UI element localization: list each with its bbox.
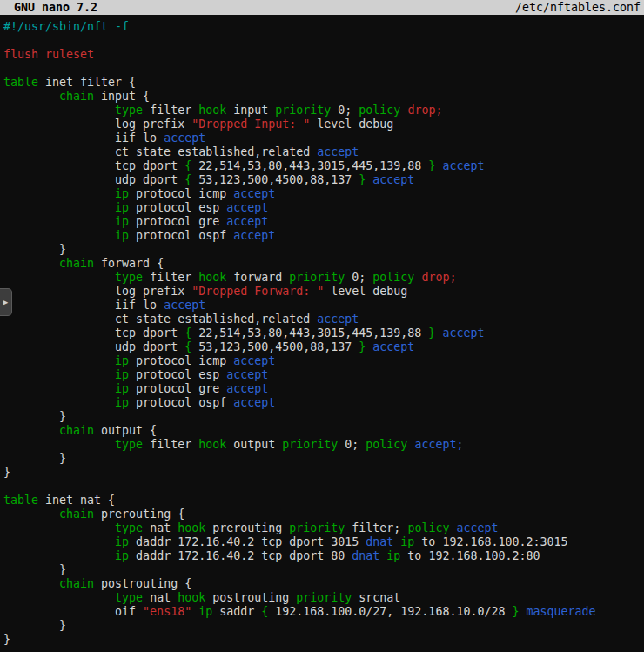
code-segment: hook [178, 521, 205, 534]
code-segment: ip [115, 396, 129, 409]
code-segment [3, 215, 115, 228]
code-segment: { [184, 326, 191, 339]
code-segment: ip [115, 549, 129, 562]
code-line: ip protocol ospf accept [3, 229, 644, 243]
code-segment: 53,123,500,4500,88,137 [191, 340, 359, 353]
code-segment: protocol gre [129, 215, 226, 228]
code-segment: "Dropped Input: " [191, 118, 310, 131]
code-segment: accept [442, 159, 484, 172]
code-segment: accept [226, 215, 268, 228]
code-segment [3, 257, 59, 270]
code-segment: ip [115, 535, 129, 548]
code-segment [3, 229, 115, 242]
code-segment: dnat [352, 549, 379, 562]
code-segment: table [3, 494, 38, 507]
code-line: log prefix "Dropped Forward: " level deb… [3, 285, 644, 299]
code-segment: accept [164, 299, 205, 312]
code-segment: accept [372, 173, 414, 186]
chevron-right-icon: ▶ [3, 298, 8, 306]
code-segment: table [3, 76, 38, 89]
code-segment: ct state established,related [3, 313, 317, 326]
code-segment: input [226, 104, 275, 117]
code-segment: forward { [94, 257, 164, 270]
code-line: } [3, 466, 644, 480]
code-segment: hook [198, 104, 226, 117]
code-line: chain forward { [3, 257, 644, 271]
code-segment: accept [456, 521, 498, 534]
code-segment [3, 187, 115, 200]
code-line: #!/usr/sbin/nft -f [3, 20, 644, 34]
code-segment: inet nat { [38, 494, 115, 507]
terminal-window: GNU nano 7.2 /etc/nftables.conf #!/usr/s… [0, 0, 644, 652]
code-segment: protocol icmp [129, 354, 233, 367]
code-segment: type [115, 271, 143, 284]
code-segment: accept [226, 201, 268, 214]
code-line: ip protocol ospf accept [3, 396, 644, 410]
code-segment: } [3, 410, 66, 423]
code-segment: filter; [345, 521, 407, 534]
code-segment: input { [94, 90, 150, 103]
code-segment: filter [143, 271, 198, 284]
code-segment [3, 396, 115, 409]
code-segment: chain [59, 257, 94, 270]
code-segment: policy [359, 104, 400, 117]
code-segment [3, 354, 115, 367]
code-line [3, 34, 644, 48]
code-line: tcp dport { 22,514,53,80,443,3015,445,13… [3, 159, 644, 173]
code-segment: srcnat [352, 591, 400, 604]
code-line: iif lo accept [3, 131, 644, 145]
code-line: ip daddr 172.16.40.2 tcp dport 80 dnat i… [3, 549, 644, 563]
code-segment [3, 424, 59, 437]
code-line: type nat hook prerouting priority filter… [3, 521, 644, 535]
code-segment: policy [407, 521, 449, 534]
code-segment: #!/usr/sbin/nft -f [3, 20, 129, 33]
code-segment: level debug [324, 285, 407, 298]
code-segment: } [3, 563, 66, 576]
code-line: flush ruleset [3, 48, 644, 62]
code-segment: policy [366, 438, 407, 451]
code-segment [3, 271, 115, 284]
code-segment: to 192.168.100.2:80 [400, 549, 540, 562]
code-segment: accept [317, 145, 359, 158]
nano-app-title: GNU nano 7.2 [0, 1, 97, 14]
code-segment: tcp dport [3, 159, 184, 172]
side-panel-handle[interactable]: ▶ [0, 288, 12, 316]
code-line: } [3, 563, 644, 577]
editor-lines: #!/usr/sbin/nft -f flush ruleset table i… [3, 20, 644, 647]
code-segment [3, 104, 115, 117]
code-segment: policy [372, 271, 414, 284]
code-segment: type [115, 521, 143, 534]
code-line: ip daddr 172.16.40.2 tcp dport 3015 dnat… [3, 535, 644, 549]
code-segment: 22,514,53,80,443,3015,445,139,88 [191, 159, 428, 172]
code-line: tcp dport { 22,514,53,80,443,3015,445,13… [3, 326, 644, 340]
code-line: } [3, 243, 644, 257]
code-segment: accept [233, 229, 275, 242]
code-segment: ip [115, 187, 129, 200]
code-segment: priority [275, 104, 331, 117]
code-segment [3, 577, 59, 590]
code-segment: type [115, 104, 143, 117]
code-segment: accept [233, 187, 275, 200]
editor-area[interactable]: #!/usr/sbin/nft -f flush ruleset table i… [0, 15, 644, 647]
code-segment [3, 521, 115, 534]
code-segment: accept [372, 340, 414, 353]
code-segment: accept [233, 396, 275, 409]
code-segment: ip [115, 382, 129, 395]
code-segment: daddr 172.16.40.2 tcp dport 80 [129, 549, 352, 562]
code-segment: priority [289, 521, 345, 534]
code-segment [3, 549, 115, 562]
code-segment: priority [296, 591, 352, 604]
code-segment [3, 201, 115, 214]
code-segment: iif lo [3, 131, 164, 145]
code-segment: accept [226, 368, 268, 381]
code-segment: tcp dport [3, 326, 184, 339]
code-line: } [3, 633, 644, 647]
code-segment: ip [386, 549, 400, 562]
code-segment: level debug [310, 118, 393, 131]
code-segment: ip [115, 215, 129, 228]
code-line: iif lo accept [3, 299, 644, 313]
code-line: ip protocol icmp accept [3, 187, 644, 201]
code-segment [3, 382, 115, 395]
code-segment: chain [59, 424, 94, 437]
code-segment: dnat [366, 535, 393, 548]
